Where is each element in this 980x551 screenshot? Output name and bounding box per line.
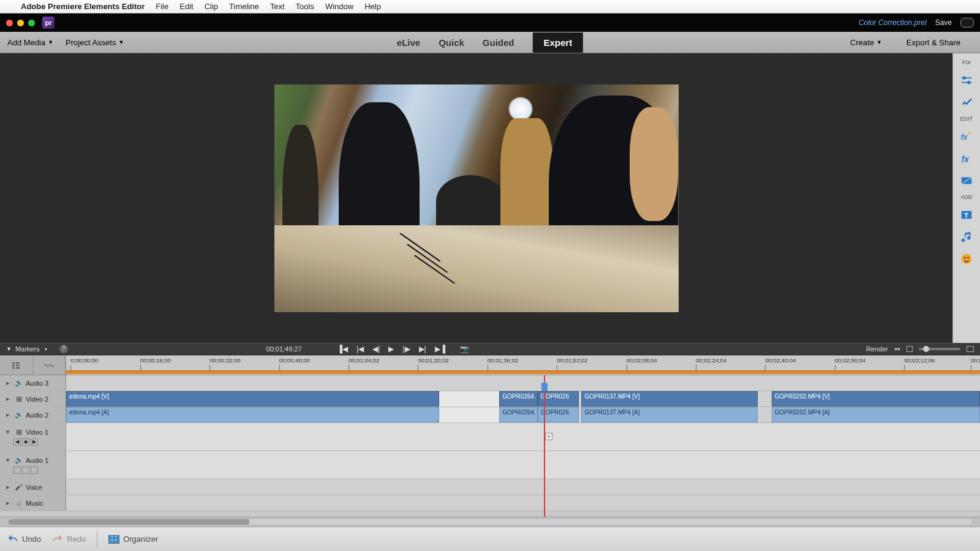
markers-dropdown[interactable]: Markers bbox=[15, 345, 40, 353]
titles-icon[interactable]: T bbox=[958, 206, 975, 223]
timeline-hscroll[interactable] bbox=[0, 517, 980, 527]
undo-button[interactable]: Undo bbox=[7, 534, 41, 545]
note-icon[interactable]: ♫ bbox=[15, 499, 23, 507]
snapshot-icon[interactable]: 📷 bbox=[460, 345, 469, 353]
clip-video[interactable]: GOPR026 bbox=[538, 391, 579, 407]
fx-star-icon[interactable]: fx bbox=[958, 150, 975, 167]
speaker-icon[interactable]: 🔊 bbox=[15, 379, 23, 387]
create-button[interactable]: Create▼ bbox=[850, 38, 882, 47]
markers-caret2-icon[interactable]: ▾ bbox=[45, 347, 47, 352]
clip-audio[interactable]: GOPR0202.MP4 [A] bbox=[772, 407, 980, 422]
svg-point-2 bbox=[963, 77, 966, 80]
track-body[interactable] bbox=[66, 479, 980, 495]
timeline-tool2-icon[interactable] bbox=[33, 356, 66, 375]
tools-icon[interactable] bbox=[958, 94, 975, 111]
film-icon[interactable]: ▦ bbox=[15, 428, 23, 436]
app-name-menu[interactable]: Adobe Premiere Elements Editor bbox=[21, 2, 145, 11]
track-btn-icon[interactable]: ◆ bbox=[22, 438, 29, 446]
track-btn-icon[interactable]: ▶ bbox=[31, 438, 38, 446]
menu-timeline[interactable]: Timeline bbox=[229, 2, 259, 11]
track-body[interactable]: × bbox=[66, 423, 980, 451]
clip-audio[interactable]: edona.mp4 [A] bbox=[66, 407, 439, 422]
speaker-icon[interactable]: 🔊 bbox=[15, 456, 23, 464]
adjust-icon[interactable] bbox=[958, 72, 975, 89]
collapse-icon[interactable]: ▾ bbox=[4, 456, 12, 464]
track-btn-icon[interactable] bbox=[22, 467, 29, 474]
minimize-icon[interactable] bbox=[17, 20, 24, 26]
preview-monitor[interactable] bbox=[0, 53, 952, 343]
expand-icon[interactable]: ▸ bbox=[4, 379, 12, 387]
effects-icon[interactable]: fx bbox=[958, 128, 975, 145]
tab-quick[interactable]: Quick bbox=[439, 37, 464, 48]
organizer-button[interactable]: Organizer bbox=[108, 534, 158, 544]
collapse-icon[interactable]: ▾ bbox=[4, 428, 12, 436]
clip-video[interactable]: GOPR0264. bbox=[499, 391, 538, 407]
track-body[interactable] bbox=[66, 375, 980, 391]
hscroll-thumb[interactable] bbox=[9, 519, 249, 525]
add-media-button[interactable]: Add Media▼ bbox=[7, 38, 53, 47]
menu-file[interactable]: File bbox=[156, 2, 168, 11]
menu-edit[interactable]: Edit bbox=[179, 2, 193, 11]
expand-icon[interactable]: ▸ bbox=[4, 483, 12, 491]
view-toggle1-icon[interactable]: ⇔ bbox=[894, 345, 900, 353]
expand-icon[interactable]: ▸ bbox=[4, 411, 12, 419]
music-icon[interactable] bbox=[958, 228, 975, 246]
help-icon[interactable]: ? bbox=[59, 345, 68, 353]
zoom-slider[interactable] bbox=[919, 348, 960, 350]
transitions-icon[interactable] bbox=[958, 172, 975, 189]
export-share-button[interactable]: Export & Share bbox=[907, 38, 960, 47]
markers-caret-icon[interactable]: ▼ bbox=[6, 346, 12, 352]
expand-icon[interactable]: ▸ bbox=[4, 395, 12, 403]
prev-frame-icon[interactable]: |◀ bbox=[356, 345, 364, 353]
mic-icon[interactable]: 🎤 bbox=[15, 483, 23, 491]
current-timecode[interactable]: 00;01;49;27 bbox=[266, 345, 302, 353]
goto-start-icon[interactable]: ▐◀ bbox=[337, 345, 349, 353]
clip-video[interactable]: GOPR0137.MP4 [V] bbox=[581, 391, 758, 407]
tab-expert[interactable]: Expert bbox=[533, 32, 584, 53]
work-area-bar[interactable] bbox=[66, 370, 980, 374]
close-icon[interactable] bbox=[6, 20, 13, 26]
track-body[interactable] bbox=[66, 495, 980, 511]
fullscreen-icon[interactable] bbox=[960, 18, 974, 28]
project-assets-button[interactable]: Project Assets▼ bbox=[66, 38, 124, 47]
clip-video[interactable]: edona.mp4 [V] bbox=[66, 391, 439, 407]
clip-audio[interactable]: GOPR0264. bbox=[499, 407, 538, 422]
clip-gap[interactable] bbox=[439, 391, 499, 407]
clip-gap[interactable] bbox=[439, 407, 499, 422]
film-icon[interactable]: ▦ bbox=[15, 395, 23, 403]
render-button[interactable]: Render bbox=[866, 345, 888, 353]
fit-icon[interactable] bbox=[967, 346, 974, 352]
save-button[interactable]: Save bbox=[935, 18, 952, 27]
menu-help[interactable]: Help bbox=[364, 2, 381, 11]
delete-marker-icon[interactable]: × bbox=[545, 433, 552, 440]
play-icon[interactable]: ▶ bbox=[388, 345, 394, 353]
track-btn-icon[interactable] bbox=[31, 467, 38, 474]
clip-audio[interactable]: GOPR0137.MP4 [A] bbox=[581, 407, 758, 422]
tab-elive[interactable]: eLive bbox=[397, 37, 420, 48]
view-toggle2-icon[interactable] bbox=[907, 346, 913, 352]
clip-video[interactable]: GOPR0202.MP4 [V] bbox=[772, 391, 980, 407]
redo-button[interactable]: Redo bbox=[52, 534, 86, 545]
goto-end-icon[interactable]: ▶▐ bbox=[435, 345, 446, 353]
menu-window[interactable]: Window bbox=[325, 2, 353, 11]
next-frame-icon[interactable]: ▶| bbox=[419, 345, 426, 353]
menu-tools[interactable]: Tools bbox=[296, 2, 314, 11]
track-body[interactable] bbox=[66, 451, 980, 479]
step-back-icon[interactable]: ◀| bbox=[372, 345, 380, 353]
clip-audio[interactable]: GOPR026 bbox=[538, 407, 579, 422]
menu-text[interactable]: Text bbox=[270, 2, 285, 11]
step-fwd-icon[interactable]: |▶ bbox=[402, 345, 410, 353]
timeline-ruler[interactable]: 0;00;00;00 00;00;16;00 00;00;32;00 00;00… bbox=[66, 356, 980, 375]
track-btn-icon[interactable] bbox=[13, 467, 21, 474]
speaker-icon[interactable]: 🔊 bbox=[15, 411, 23, 419]
graphics-icon[interactable] bbox=[958, 250, 975, 268]
ruler-tick: 00;00;32;00 bbox=[209, 357, 240, 364]
expand-icon[interactable]: ▸ bbox=[4, 499, 12, 507]
zoom-icon[interactable] bbox=[28, 20, 35, 26]
timeline-tool1-icon[interactable] bbox=[0, 356, 33, 375]
track-body[interactable]: edona.mp4 [A] GOPR0264. GOPR026 GOPR0137… bbox=[66, 407, 980, 422]
track-body[interactable]: edona.mp4 [V] GOPR0264. GOPR026 GOPR0137… bbox=[66, 391, 980, 407]
menu-clip[interactable]: Clip bbox=[205, 2, 218, 11]
track-btn-icon[interactable]: ◀ bbox=[13, 438, 21, 446]
tab-guided[interactable]: Guided bbox=[483, 37, 514, 48]
